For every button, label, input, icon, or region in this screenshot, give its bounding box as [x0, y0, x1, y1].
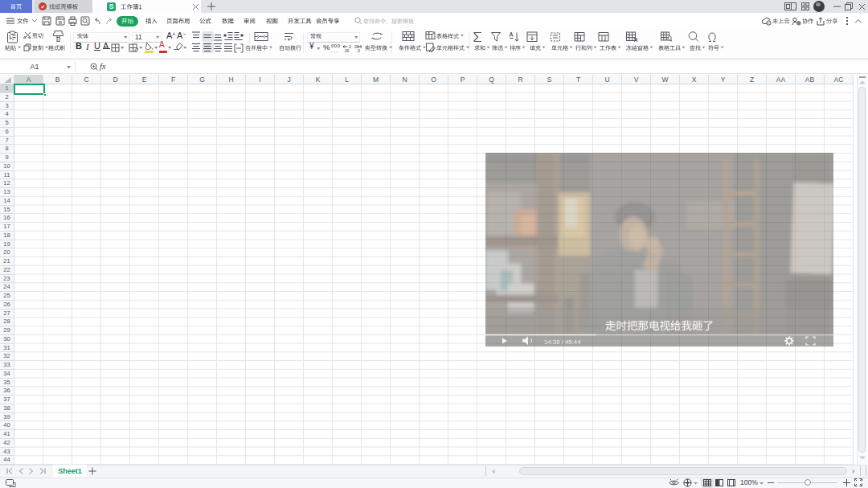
svg-text:14:38 / 45:44: 14:38 / 45:44	[544, 338, 581, 346]
